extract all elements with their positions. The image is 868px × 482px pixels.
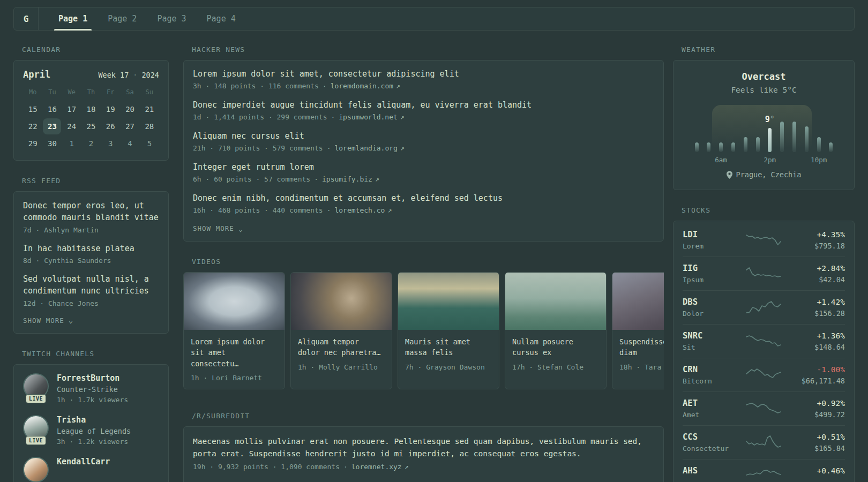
channel-name[interactable]: KendallCarr [57,457,110,466]
calendar-week-number: Week 17 [98,71,129,79]
temp-bar [695,142,699,152]
weather-feels-like: Feels like 5°C [683,86,845,94]
hn-item-stats: 3h · 148 points · 116 comments [193,82,319,90]
weather-card: Overcast Feels like 5°C 9° 6am 2pm 10pm [673,60,855,190]
video-card[interactable]: Lorem ipsum dolor sit amet consectetu… 1… [183,272,285,389]
hn-item-title[interactable]: Lorem ipsum dolor sit amet, consectetur … [193,69,654,79]
video-thumbnail[interactable] [612,273,664,330]
stock-row[interactable]: CCS Consectetur +0.51% $165.84 [683,425,845,459]
hackernews-widget-title: HACKER NEWS [183,46,664,54]
stock-change: -1.00% [786,365,845,374]
hn-item-meta: 3h · 148 points · 116 comments · loremdo… [193,82,654,90]
video-title[interactable]: Nullam posuere cursus ex [512,336,599,358]
stock-row[interactable]: AET Amet +0.92% $499.72 [683,391,845,425]
stock-sparkline [746,435,781,450]
live-badge: LIVE [26,394,46,403]
stock-price: $66,171.48 [786,376,845,385]
video-card[interactable]: Nullam posuere cursus ex 17h · Stefan Co… [505,272,607,389]
channel-name[interactable]: Trisha [57,415,131,425]
hn-item: Integer eget rutrum lorem 6h · 60 points… [193,162,654,183]
reddit-post-domain-link[interactable]: loremnet.xyz ↗ [351,463,409,471]
temperature-bars [695,121,833,152]
tab-page-1[interactable]: Page 1 [51,7,95,30]
hn-item-domain-link[interactable]: ipsumworld.net ↗ [339,113,404,121]
rss-show-more-button[interactable]: SHOW MORE ⌄ [23,317,159,325]
hackernews-widget: HACKER NEWS Lorem ipsum dolor sit amet, … [183,46,664,242]
hn-item-domain-link[interactable]: ipsumify.biz ↗ [322,175,379,183]
rss-item: Donec tempor eros leo, ut commodo mauris… [23,200,159,234]
stock-ticker: AHS [683,466,740,476]
stock-row[interactable]: SNRC Sit +1.36% $148.64 [683,324,845,358]
twitch-channel-row[interactable]: KendallCarr [23,457,159,482]
external-link-icon: ↗ [396,82,400,90]
rss-item-title[interactable]: Sed volutpat nulla nisl, a condimentum n… [23,274,159,297]
stock-row[interactable]: AHS +0.46% [683,459,845,482]
rss-item-title[interactable]: Donec tempor eros leo, ut commodo mauris… [23,200,159,224]
stock-change: +1.42% [786,298,845,306]
hn-item-title[interactable]: Donec imperdiet augue tincidunt felis al… [193,100,654,110]
dot-separator: · [327,206,331,214]
stock-row[interactable]: IIG Ipsum +2.84% $42.04 [683,257,845,290]
weather-location[interactable]: Prague, Czechia [683,170,845,179]
twitch-channel-row[interactable]: LIVE Trisha League of Legends 3h · 1.2k … [23,415,159,448]
channel-category: League of Legends [57,427,131,435]
hn-item-domain-link[interactable]: loremdomain.com ↗ [331,82,400,90]
stock-row[interactable]: LDI Lorem +4.35% $795.18 [683,223,845,257]
video-title[interactable]: Lorem ipsum dolor sit amet consectetu… [191,336,278,369]
left-column: CALENDAR April Week 17 · 2024 Mo Tu We [13,46,169,482]
hn-item-title[interactable]: Aliquam nec cursus elit [193,131,654,141]
app-logo[interactable]: G [14,7,39,30]
channel-name[interactable]: ForrestBurton [57,373,128,383]
stock-ticker: LDI [683,230,740,239]
hn-item-meta: 6h · 60 points · 57 comments · ipsumify.… [193,175,654,183]
subreddit-widget: /R/SUBREDDIT Maecenas mollis pulvinar er… [183,412,664,482]
calendar-day: 26 [101,118,119,134]
hn-item-title[interactable]: Donec enim nibh, condimentum et accumsan… [193,193,654,203]
videos-widget-title: VIDEOS [183,258,664,266]
time-label: 10pm [811,156,827,164]
rss-item-title[interactable]: In hac habitasse platea [23,243,159,255]
weekday-label: Sa [120,87,139,97]
hn-item-title[interactable]: Integer eget rutrum lorem [193,162,654,172]
weather-widget-title: WEATHER [673,46,855,54]
video-thumbnail[interactable] [291,273,392,330]
video-card[interactable]: Mauris sit amet massa felis 7h · Grayson… [398,272,499,389]
video-card[interactable]: Aliquam tempor dolor nec pharetra… 1h · … [290,272,392,389]
stock-row[interactable]: CRN Bitcorn -1.00% $66,171.48 [683,358,845,391]
video-thumbnail[interactable] [398,273,499,330]
twitch-channel-row[interactable]: LIVE ForrestBurton Counter-Strike 1h · 1… [23,373,159,406]
video-meta: 1h · Lori Barnett [191,374,278,382]
weekday-label: Fr [101,87,120,97]
hn-item-domain-link[interactable]: loremtech.co ↗ [334,206,392,214]
stock-change: +2.84% [786,264,845,273]
videos-widget: VIDEOS Lorem ipsum dolor sit amet consec… [183,258,664,389]
calendar-day: 25 [82,118,100,134]
video-title[interactable]: Suspendisse diam [619,336,664,358]
tab-page-2[interactable]: Page 2 [100,7,144,30]
stock-price: $148.64 [786,343,845,351]
stock-sparkline [746,232,781,247]
tab-page-4[interactable]: Page 4 [199,7,243,30]
dashboard-page: G Page 1 Page 2 Page 3 Page 4 CALENDAR A… [0,0,868,482]
hn-item-domain-link[interactable]: loremlandia.org ↗ [334,144,404,152]
calendar-day: 21 [140,101,159,117]
video-card[interactable]: Suspendisse diam 18h · Tara [612,272,664,389]
video-meta: 17h · Stefan Cole [512,363,599,371]
video-thumbnail[interactable] [505,273,606,330]
video-title[interactable]: Aliquam tempor dolor nec pharetra… [298,336,385,358]
channel-avatar[interactable] [23,457,49,482]
video-thumbnail[interactable] [184,273,285,330]
chevron-down-icon: ⌄ [69,318,73,323]
video-title[interactable]: Mauris sit amet massa felis [405,336,492,358]
calendar-day: 29 [24,135,42,152]
calendar-day: 24 [63,118,81,134]
stock-row[interactable]: DBS Dolor +1.42% $156.28 [683,290,845,324]
hn-show-more-button[interactable]: SHOW MORE ⌄ [193,224,654,232]
tab-page-3[interactable]: Page 3 [149,7,193,30]
reddit-post-title[interactable]: Maecenas mollis pulvinar erat non posuer… [193,435,654,460]
external-link-icon: ↗ [400,144,405,152]
dot-separator: · [327,144,331,152]
stock-change: +0.92% [786,399,845,408]
stock-price: $499.72 [786,410,845,419]
stock-ticker: IIG [683,263,740,273]
